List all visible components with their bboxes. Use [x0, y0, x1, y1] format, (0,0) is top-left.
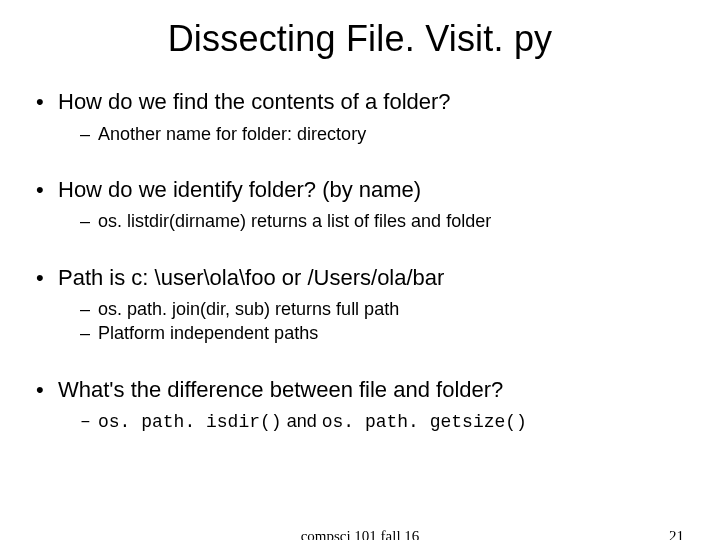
sub-bullet-text: Platform independent paths — [98, 321, 318, 345]
bullet-dot-icon: • — [36, 376, 58, 404]
sub-bullet-text: os. listdir(dirname) returns a list of f… — [98, 209, 491, 233]
dash-icon: – — [80, 122, 98, 146]
sub-list: – os. listdir(dirname) returns a list of… — [36, 209, 684, 233]
bullet-text: How do we find the contents of a folder? — [58, 88, 451, 116]
code-text: os. path. getsize() — [322, 412, 527, 432]
slide: Dissecting File. Visit. py • How do we f… — [0, 0, 720, 540]
footer-center-text: compsci 101 fall 16 — [301, 528, 420, 540]
sub-bullet-text: Another name for folder: directory — [98, 122, 366, 146]
bullet-item: • How do we find the contents of a folde… — [36, 88, 684, 146]
bullet-level-1: • Path is c: \user\ola\foo or /Users/ola… — [36, 264, 684, 292]
bullet-level-1: • What's the difference between file and… — [36, 376, 684, 404]
sub-bullet-item: – os. listdir(dirname) returns a list of… — [80, 209, 684, 233]
bullet-dot-icon: • — [36, 264, 58, 292]
sub-list: – os. path. join(dir, sub) returns full … — [36, 297, 684, 346]
bullet-list: • How do we find the contents of a folde… — [36, 88, 684, 434]
bullet-dot-icon: • — [36, 176, 58, 204]
slide-number: 21 — [669, 528, 684, 540]
code-text: os. path. isdir() — [98, 412, 282, 432]
sub-list: – os. path. isdir() and os. path. getsiz… — [36, 409, 684, 434]
mid-text: and — [282, 411, 322, 431]
sub-bullet-item: – os. path. isdir() and os. path. getsiz… — [80, 409, 684, 434]
bullet-level-1: • How do we identify folder? (by name) — [36, 176, 684, 204]
dash-icon: – — [80, 321, 98, 345]
bullet-dot-icon: • — [36, 88, 58, 116]
dash-icon: – — [80, 209, 98, 233]
bullet-text: What's the difference between file and f… — [58, 376, 503, 404]
slide-title: Dissecting File. Visit. py — [36, 18, 684, 60]
bullet-level-1: • How do we find the contents of a folde… — [36, 88, 684, 116]
sub-list: – Another name for folder: directory — [36, 122, 684, 146]
sub-bullet-text: os. path. isdir() and os. path. getsize(… — [98, 409, 527, 434]
sub-bullet-item: – os. path. join(dir, sub) returns full … — [80, 297, 684, 321]
bullet-item: • Path is c: \user\ola\foo or /Users/ola… — [36, 264, 684, 346]
bullet-item: • How do we identify folder? (by name) –… — [36, 176, 684, 234]
bullet-text: Path is c: \user\ola\foo or /Users/ola/b… — [58, 264, 444, 292]
sub-bullet-text: os. path. join(dir, sub) returns full pa… — [98, 297, 399, 321]
bullet-item: • What's the difference between file and… — [36, 376, 684, 435]
bullet-text: How do we identify folder? (by name) — [58, 176, 421, 204]
sub-bullet-item: – Another name for folder: directory — [80, 122, 684, 146]
dash-icon: – — [80, 297, 98, 321]
dash-icon: – — [80, 409, 98, 433]
sub-bullet-item: – Platform independent paths — [80, 321, 684, 345]
